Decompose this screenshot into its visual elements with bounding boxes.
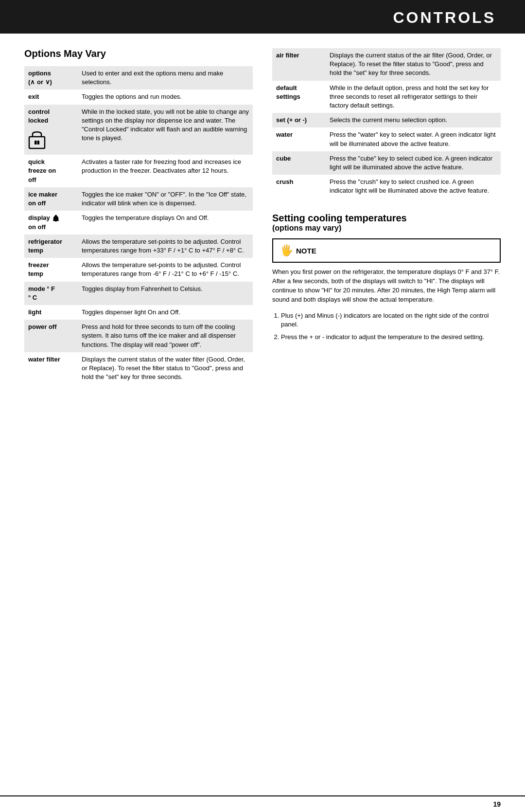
desc-cell: Press the "crush" key to select crushed …	[326, 175, 501, 198]
term-text: off	[28, 176, 36, 183]
term-cell: crush	[272, 175, 326, 198]
desc-cell: Allows the temperature set-points to be …	[78, 235, 253, 258]
table-row: cubePress the "cube" key to select cubed…	[272, 151, 501, 175]
footer: 19	[0, 795, 525, 812]
desc-cell: Press the "cube" key to select cubed ice…	[326, 151, 501, 175]
term-text: cube	[276, 155, 291, 162]
term-cell: quickfreeze onoff	[24, 155, 78, 187]
section-title: Options May Vary	[24, 48, 253, 59]
table-row: defaultsettingsWhile in the default opti…	[272, 81, 501, 113]
right-column: air filterDisplays the current status of…	[272, 48, 501, 781]
term-text: crush	[276, 178, 293, 185]
term-text: exit	[28, 93, 39, 100]
term-text: (∧ or ∨)	[28, 78, 52, 86]
term-text: power off	[28, 323, 57, 330]
table-row: ice makeron offToggles the ice maker "ON…	[24, 187, 253, 211]
term-cell: exit	[24, 90, 78, 104]
term-cell: refrigeratortemp	[24, 235, 78, 258]
content-area: Options May Vary options(∧ or ∨)Used to …	[0, 34, 525, 795]
numbered-list: Plus (+) and Minus (-) indicators are lo…	[272, 311, 501, 342]
svg-rect-3	[55, 221, 57, 221]
term-text: default	[276, 84, 297, 91]
term-text: set (+ or -)	[276, 116, 307, 124]
desc-cell: Toggles display from Fahrenheit to Celsi…	[78, 282, 253, 305]
table-row: refrigeratortempAllows the temperature s…	[24, 235, 253, 258]
desc-cell: While in the default option, press and h…	[326, 81, 501, 113]
desc-cell: Allows the temperature set-points to be …	[78, 258, 253, 281]
page-title: CONTROLS	[393, 9, 496, 26]
cooling-title: Setting cooling temperatures	[272, 213, 501, 224]
options-table: options(∧ or ∨)Used to enter and exit th…	[24, 66, 253, 384]
term-text: on off	[28, 223, 46, 231]
table-row: water filterDisplays the current status …	[24, 352, 253, 385]
note-icon-area: 🖐 NOTE	[280, 244, 316, 257]
term-text: mode ° F	[28, 285, 55, 292]
table-row: options(∧ or ∨)Used to enter and exit th…	[24, 66, 253, 90]
term-cell: water filter	[24, 352, 78, 385]
term-text: quick	[28, 158, 45, 165]
desc-cell: Displays the current status of the water…	[78, 352, 253, 385]
table-row: set (+ or -)Selects the current menu sel…	[272, 113, 501, 127]
table-row: waterPress the "water" key to select wat…	[272, 127, 501, 151]
table-row: power offPress and hold for three second…	[24, 320, 253, 352]
term-text: on off	[28, 199, 46, 207]
term-text: air filter	[276, 52, 299, 59]
list-item: Press the + or - indicator to adjust the…	[281, 333, 501, 342]
term-text: locked	[28, 117, 48, 124]
left-column: Options May Vary options(∧ or ∨)Used to …	[24, 48, 253, 781]
term-text: water	[276, 131, 293, 138]
page-header: CONTROLS	[0, 0, 525, 34]
term-cell: freezertemp	[24, 258, 78, 281]
lock-icon	[28, 128, 74, 152]
term-cell: light	[24, 305, 78, 320]
term-cell: options(∧ or ∨)	[24, 66, 78, 90]
term-cell: set (+ or -)	[272, 113, 326, 127]
term-cell: defaultsettings	[272, 81, 326, 113]
table-row: freezertempAllows the temperature set-po…	[24, 258, 253, 281]
desc-cell: Activates a faster rate for freezing foo…	[78, 155, 253, 187]
term-text: ° C	[28, 294, 37, 301]
note-label: NOTE	[296, 247, 316, 255]
table-row: lightToggles dispenser light On and Off.	[24, 305, 253, 320]
term-text: ice maker	[28, 191, 57, 198]
term-cell: display on off	[24, 211, 78, 235]
term-text: light	[28, 308, 41, 316]
term-text: temp	[28, 270, 43, 277]
term-cell: water	[272, 127, 326, 151]
page-number: 19	[493, 800, 501, 808]
table-row: exitToggles the options and run modes.	[24, 90, 253, 104]
right-table: air filterDisplays the current status of…	[272, 48, 501, 198]
term-text: control	[28, 108, 50, 115]
term-cell: air filter	[272, 48, 326, 81]
note-text: When you first power on the refrigerator…	[272, 268, 501, 304]
term-cell: controllocked	[24, 105, 78, 155]
term-text: temp	[28, 247, 43, 254]
note-box: 🖐 NOTE	[272, 238, 501, 263]
table-row: display on offToggles the temperature di…	[24, 211, 253, 235]
table-row: crushPress the "crush" key to select cru…	[272, 175, 501, 198]
term-text: refrigerator	[28, 238, 62, 245]
page: CONTROLS Options May Vary options(∧ or ∨…	[0, 0, 525, 812]
desc-cell: Toggles the temperature displays On and …	[78, 211, 253, 235]
table-row: mode ° F° CToggles display from Fahrenhe…	[24, 282, 253, 305]
desc-cell: Displays the current status of the air f…	[326, 48, 501, 81]
desc-cell: Press and hold for three seconds to turn…	[78, 320, 253, 352]
term-text: freezer	[28, 261, 49, 269]
list-item: Plus (+) and Minus (-) indicators are lo…	[281, 311, 501, 329]
table-row: quickfreeze onoffActivates a faster rate…	[24, 155, 253, 187]
desc-cell: Toggles the options and run modes.	[78, 90, 253, 104]
term-cell: mode ° F° C	[24, 282, 78, 305]
term-text: settings	[276, 93, 300, 100]
cooling-subtitle: (options may vary)	[272, 224, 501, 233]
desc-cell: While in the locked state, you will not …	[78, 105, 253, 155]
desc-cell: Toggles the ice maker "ON" or "OFF". In …	[78, 187, 253, 211]
table-row: controllocked While in the locked state,…	[24, 105, 253, 155]
desc-cell: Used to enter and exit the options menu …	[78, 66, 253, 90]
desc-cell: Press the "water" key to select water. A…	[326, 127, 501, 151]
term-text: options	[28, 70, 51, 77]
note-icon: 🖐	[280, 244, 293, 257]
cooling-section: Setting cooling temperatures (options ma…	[272, 213, 501, 342]
term-cell: cube	[272, 151, 326, 175]
term-text: water filter	[28, 356, 60, 363]
term-text: freeze on	[28, 167, 56, 174]
